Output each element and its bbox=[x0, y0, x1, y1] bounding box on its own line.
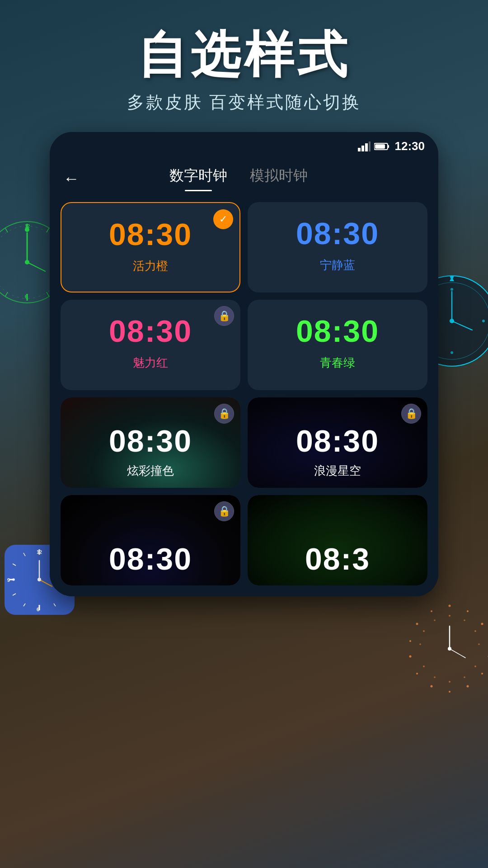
svg-rect-85 bbox=[358, 148, 361, 151]
svg-line-13 bbox=[5, 228, 8, 232]
svg-text:6: 6 bbox=[25, 294, 28, 299]
skin-time-dark-green: 08:3 bbox=[305, 541, 370, 576]
phone-mockup: 12:30 ← 数字时钟 模拟时钟 ✓ 08:30 活力橙 08:30 宁静蓝 … bbox=[50, 132, 438, 596]
svg-text:6: 6 bbox=[37, 607, 39, 612]
svg-line-9 bbox=[47, 292, 49, 296]
skin-label-blue: 宁静蓝 bbox=[320, 257, 355, 273]
top-nav: ← 数字时钟 模拟时钟 bbox=[50, 157, 438, 191]
svg-point-30 bbox=[450, 351, 453, 354]
svg-point-28 bbox=[450, 288, 453, 291]
subtitle: 多款皮肤 百变样式随心切换 bbox=[0, 91, 488, 114]
skin-label-space: 浪漫星空 bbox=[314, 463, 361, 479]
svg-line-46 bbox=[23, 553, 25, 556]
skin-card-planet[interactable]: 🔒 08:30 炫彩撞色 bbox=[61, 397, 240, 488]
svg-rect-87 bbox=[365, 143, 368, 151]
svg-point-57 bbox=[467, 610, 469, 612]
lock-badge-space: 🔒 bbox=[401, 404, 421, 424]
svg-point-68 bbox=[416, 623, 418, 625]
svg-point-62 bbox=[467, 685, 469, 688]
svg-line-43 bbox=[23, 604, 25, 606]
svg-point-76 bbox=[449, 681, 450, 683]
signal-icon bbox=[358, 142, 371, 151]
skin-time-green: 08:30 bbox=[296, 313, 379, 349]
svg-point-77 bbox=[434, 676, 436, 678]
back-button[interactable]: ← bbox=[63, 169, 80, 188]
svg-point-81 bbox=[434, 619, 436, 621]
svg-point-58 bbox=[481, 623, 483, 625]
svg-point-70 bbox=[449, 615, 450, 617]
svg-rect-88 bbox=[369, 142, 371, 151]
svg-line-44 bbox=[13, 594, 16, 595]
svg-point-69 bbox=[431, 610, 432, 612]
svg-line-54 bbox=[39, 580, 52, 586]
bg-spiral-clock bbox=[402, 601, 488, 696]
skins-grid: ✓ 08:30 活力橙 08:30 宁静蓝 🔒 08:30 魅力红 08:30 … bbox=[50, 191, 438, 596]
lock-badge-planet: 🔒 bbox=[214, 404, 234, 424]
svg-point-78 bbox=[423, 665, 425, 667]
skin-card-dark-green[interactable]: 08:3 bbox=[248, 495, 427, 585]
lock-badge-sparkle: 🔒 bbox=[214, 501, 234, 521]
svg-line-45 bbox=[13, 564, 16, 566]
svg-point-65 bbox=[416, 673, 418, 675]
svg-point-79 bbox=[419, 643, 421, 645]
svg-line-15 bbox=[27, 262, 45, 271]
svg-rect-90 bbox=[388, 145, 389, 148]
svg-point-47 bbox=[12, 578, 15, 581]
svg-point-80 bbox=[423, 630, 425, 632]
svg-point-34 bbox=[450, 319, 454, 323]
svg-line-10 bbox=[5, 292, 8, 296]
status-icons bbox=[358, 142, 389, 151]
svg-point-74 bbox=[474, 665, 476, 667]
skin-card-blue[interactable]: 08:30 宁静蓝 bbox=[248, 202, 427, 292]
svg-point-29 bbox=[482, 320, 485, 322]
skin-card-orange[interactable]: ✓ 08:30 活力橙 bbox=[61, 202, 240, 292]
skin-card-sparkle[interactable]: 🔒 08:30 bbox=[61, 495, 240, 585]
svg-point-71 bbox=[464, 619, 465, 621]
skin-time-planet: 08:30 bbox=[109, 423, 192, 458]
skin-card-space[interactable]: 🔒 08:30 浪漫星空 bbox=[248, 397, 427, 488]
svg-point-84 bbox=[448, 647, 451, 651]
tab-digital-clock[interactable]: 数字时钟 bbox=[169, 166, 227, 191]
status-time: 12:30 bbox=[395, 139, 425, 153]
status-bar: 12:30 bbox=[50, 132, 438, 157]
svg-point-56 bbox=[449, 605, 451, 607]
skin-label-green: 青春绿 bbox=[320, 355, 355, 371]
tab-analog-clock[interactable]: 模拟时钟 bbox=[250, 166, 308, 191]
svg-text:12: 12 bbox=[37, 549, 42, 555]
svg-point-72 bbox=[474, 630, 476, 632]
nav-tabs: 数字时钟 模拟时钟 bbox=[93, 166, 384, 191]
skin-time-sparkle: 08:30 bbox=[109, 541, 192, 576]
skin-card-pink[interactable]: 🔒 08:30 魅力红 bbox=[61, 300, 240, 390]
skin-label-pink: 魅力红 bbox=[133, 355, 168, 371]
skin-label-planet: 炫彩撞色 bbox=[127, 463, 174, 479]
svg-text:9: 9 bbox=[7, 577, 10, 583]
selected-badge: ✓ bbox=[213, 209, 233, 229]
skin-time-orange: 08:30 bbox=[109, 217, 192, 252]
svg-rect-86 bbox=[361, 146, 364, 151]
lock-badge-pink: 🔒 bbox=[214, 306, 234, 326]
main-title: 自选样式 bbox=[0, 27, 488, 82]
svg-line-42 bbox=[54, 604, 56, 606]
svg-line-6 bbox=[47, 228, 49, 232]
battery-icon bbox=[374, 142, 389, 151]
svg-rect-91 bbox=[375, 144, 385, 149]
skin-label-orange: 活力橙 bbox=[133, 258, 168, 274]
svg-point-21 bbox=[25, 260, 29, 264]
header-section: 自选样式 多款皮肤 百变样式随心切换 bbox=[0, 0, 488, 132]
skin-time-blue: 08:30 bbox=[296, 216, 379, 251]
skin-time-pink: 08:30 bbox=[109, 313, 192, 349]
svg-point-63 bbox=[449, 691, 450, 693]
svg-point-75 bbox=[464, 676, 465, 678]
svg-point-73 bbox=[478, 643, 480, 645]
svg-point-67 bbox=[409, 640, 411, 642]
svg-point-61 bbox=[481, 673, 483, 675]
svg-point-64 bbox=[431, 685, 433, 688]
svg-text:12: 12 bbox=[25, 224, 30, 229]
svg-point-66 bbox=[409, 656, 412, 658]
svg-point-55 bbox=[38, 578, 41, 581]
skin-card-green[interactable]: 08:30 青春绿 bbox=[248, 300, 427, 390]
svg-line-83 bbox=[450, 649, 465, 658]
skin-time-space: 08:30 bbox=[296, 423, 379, 458]
